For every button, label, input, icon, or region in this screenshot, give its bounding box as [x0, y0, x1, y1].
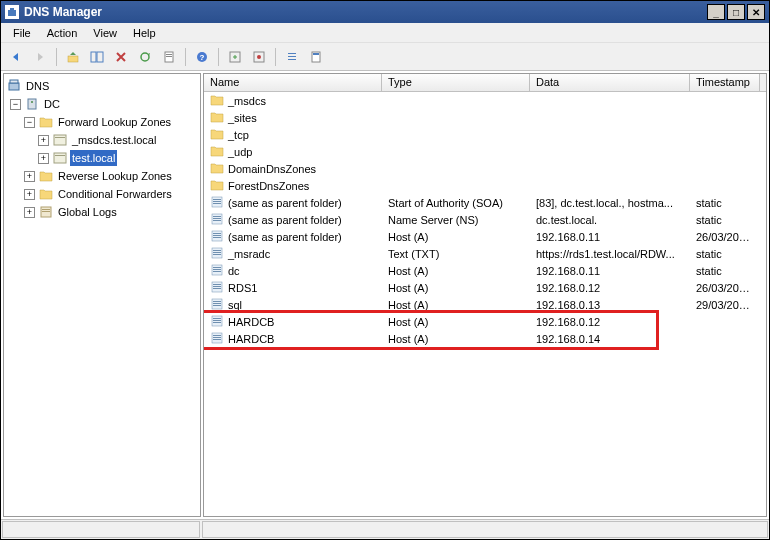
col-header-name[interactable]: Name [204, 74, 382, 91]
record-icon [210, 264, 225, 278]
expand-icon[interactable]: + [38, 153, 49, 164]
list-row[interactable]: _sites [204, 109, 766, 126]
tree-cf[interactable]: + Conditional Forwarders [4, 185, 200, 203]
svg-point-5 [141, 53, 149, 61]
folder-icon [38, 187, 53, 201]
svg-rect-37 [213, 220, 221, 221]
list-row[interactable]: DomainDnsZones [204, 160, 766, 177]
expand-icon[interactable]: + [24, 171, 35, 182]
tree-root[interactable]: DNS [4, 77, 200, 95]
collapse-icon[interactable]: − [10, 99, 21, 110]
tool-button-2[interactable] [248, 46, 270, 68]
svg-rect-25 [54, 153, 66, 163]
list-row[interactable]: sqlHost (A)192.168.0.1329/03/2013 0 [204, 296, 766, 313]
cell-data: 192.168.0.13 [530, 299, 690, 311]
tree-gl[interactable]: + Global Logs [4, 203, 200, 221]
cell-name: (same as parent folder) [228, 214, 342, 226]
list-body[interactable]: _msdcs_sites_tcp_udpDomainDnsZonesForest… [204, 92, 766, 516]
svg-rect-35 [213, 216, 221, 217]
tree-rlz-label: Reverse Lookup Zones [56, 168, 174, 184]
col-header-type[interactable]: Type [382, 74, 530, 91]
tree-rlz[interactable]: + Reverse Lookup Zones [4, 167, 200, 185]
tree-zone-msdcs[interactable]: + _msdcs.test.local [4, 131, 200, 149]
cell-timestamp: 26/03/2013 : [690, 231, 760, 243]
list-row[interactable]: _tcp [204, 126, 766, 143]
menu-file[interactable]: File [5, 25, 39, 41]
tree-server-label: DC [42, 96, 62, 112]
folder-icon [210, 128, 225, 142]
list-row[interactable]: ForestDnsZones [204, 177, 766, 194]
cell-name: sql [228, 299, 242, 311]
logs-icon [38, 205, 53, 219]
delete-button[interactable] [110, 46, 132, 68]
svg-rect-41 [213, 237, 221, 238]
tree-server[interactable]: − DC [4, 95, 200, 113]
svg-rect-51 [213, 284, 221, 285]
svg-rect-2 [68, 56, 78, 62]
app-icon [5, 5, 19, 19]
list-row[interactable]: (same as parent folder)Start of Authorit… [204, 194, 766, 211]
list-row[interactable]: dcHost (A)192.168.0.11static [204, 262, 766, 279]
tool-button-1[interactable] [224, 46, 246, 68]
cell-name: DomainDnsZones [228, 163, 316, 175]
cell-data: 192.168.0.11 [530, 265, 690, 277]
list-row[interactable]: (same as parent folder)Name Server (NS)d… [204, 211, 766, 228]
expand-icon[interactable]: + [38, 135, 49, 146]
filter-button[interactable] [281, 46, 303, 68]
tree-zone-testlocal[interactable]: + test.local [4, 149, 200, 167]
list-row[interactable]: RDS1Host (A)192.168.0.1226/03/2013 : [204, 279, 766, 296]
up-button[interactable] [62, 46, 84, 68]
list-row[interactable]: _msradcText (TXT)https://rds1.test.local… [204, 245, 766, 262]
maximize-button[interactable]: □ [727, 4, 745, 20]
col-header-data[interactable]: Data [530, 74, 690, 91]
menu-help[interactable]: Help [125, 25, 164, 41]
help-button[interactable]: ? [191, 46, 213, 68]
svg-rect-23 [54, 135, 66, 145]
svg-rect-29 [42, 211, 50, 212]
refresh-button[interactable] [134, 46, 156, 68]
svg-rect-7 [166, 54, 172, 55]
list-row[interactable]: HARDCBHost (A)192.168.0.14 [204, 330, 766, 347]
tree-pane[interactable]: DNS − DC − Forward Lookup Zones + _msdcs… [3, 73, 201, 517]
svg-rect-49 [213, 271, 221, 272]
show-hide-button[interactable] [86, 46, 108, 68]
collapse-icon[interactable]: − [24, 117, 35, 128]
tree-flz[interactable]: − Forward Lookup Zones [4, 113, 200, 131]
status-cell-left [2, 521, 200, 538]
menu-view[interactable]: View [85, 25, 125, 41]
expand-icon[interactable]: + [24, 207, 35, 218]
record-icon [210, 230, 225, 244]
list-row[interactable]: HARDCBHost (A)192.168.0.12 [204, 313, 766, 330]
cell-timestamp: 29/03/2013 0 [690, 299, 760, 311]
cell-type: Host (A) [382, 265, 530, 277]
list-row[interactable]: (same as parent folder)Host (A)192.168.0… [204, 228, 766, 245]
tree-cf-label: Conditional Forwarders [56, 186, 174, 202]
svg-rect-0 [8, 10, 16, 16]
tree-root-label: DNS [24, 78, 51, 94]
svg-rect-60 [213, 320, 221, 321]
col-header-timestamp[interactable]: Timestamp [690, 74, 760, 91]
list-row[interactable]: _udp [204, 143, 766, 160]
toolbar: ? [1, 43, 769, 71]
forward-button[interactable] [29, 46, 51, 68]
cell-timestamp: static [690, 214, 760, 226]
list-row[interactable]: _msdcs [204, 92, 766, 109]
list-header: Name Type Data Timestamp [204, 74, 766, 92]
record-icon [210, 281, 225, 295]
svg-rect-43 [213, 250, 221, 251]
properties-button[interactable] [305, 46, 327, 68]
cell-timestamp: static [690, 265, 760, 277]
minimize-button[interactable]: _ [707, 4, 725, 20]
svg-rect-14 [288, 53, 296, 54]
svg-rect-15 [288, 56, 296, 57]
expand-icon[interactable]: + [24, 189, 35, 200]
svg-rect-21 [28, 99, 36, 109]
window-title: DNS Manager [24, 5, 707, 19]
folder-icon [210, 94, 225, 108]
menu-action[interactable]: Action [39, 25, 86, 41]
close-button[interactable]: ✕ [747, 4, 765, 20]
folder-icon [210, 111, 225, 125]
svg-rect-4 [97, 52, 103, 62]
export-button[interactable] [158, 46, 180, 68]
back-button[interactable] [5, 46, 27, 68]
